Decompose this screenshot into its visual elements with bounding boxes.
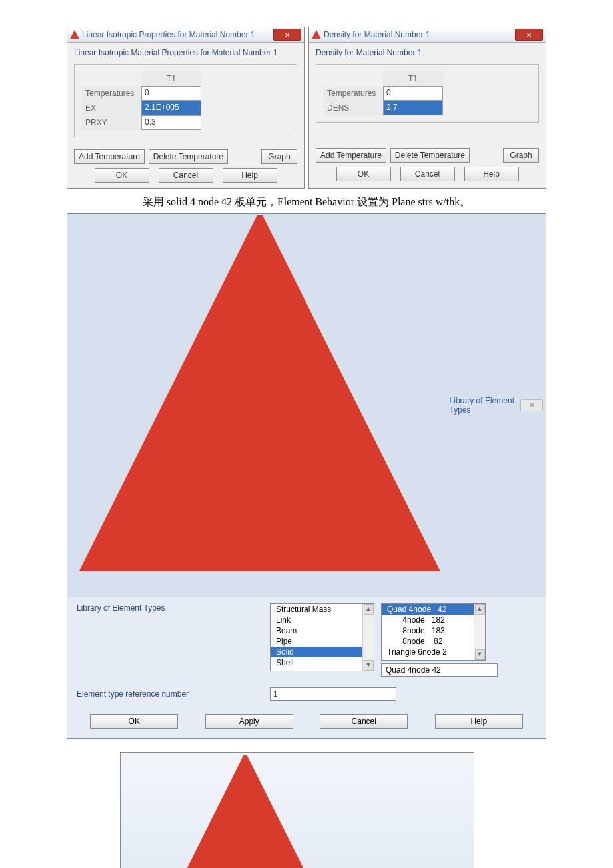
list-item[interactable]: 8node 82 — [382, 636, 485, 647]
dialog-title: Linear Isotropic Properties for Material… — [82, 30, 273, 39]
ansys-logo-icon — [70, 30, 79, 39]
library-label: Library of Element Types — [77, 603, 263, 677]
category-listbox[interactable]: Structural MassLinkBeamPipeSolidShell ▲ … — [270, 603, 374, 671]
dialog-element-library: Library of Element Types ✕ Library of El… — [67, 213, 546, 739]
row-label-temp: Temperatures — [323, 86, 383, 101]
graph-button[interactable]: Graph — [261, 149, 297, 164]
scroll-down-icon[interactable]: ▼ — [364, 660, 374, 671]
list-item[interactable]: 8node 183 — [382, 625, 485, 636]
close-icon[interactable]: ✕ — [515, 29, 543, 41]
delete-temperature-button[interactable]: Delete Temperature — [149, 149, 228, 164]
dialog-title: Library of Element Types — [450, 396, 520, 415]
property-frame: T1 Temperatures 0 DENS 2.7 — [316, 64, 539, 123]
prxy-value[interactable]: 0.3 — [141, 115, 201, 130]
ok-button[interactable]: OK — [336, 167, 391, 181]
row-label-ex: EX — [81, 101, 141, 115]
list-item[interactable]: Quad 4node 42 — [382, 604, 485, 615]
ex-value[interactable]: 2.1E+005 — [141, 101, 201, 115]
dens-value[interactable]: 2.7 — [383, 101, 443, 115]
close-icon[interactable]: ✕ — [273, 29, 301, 41]
temp-value[interactable]: 0 — [383, 86, 443, 101]
help-button[interactable]: Help — [435, 714, 523, 729]
list-item[interactable]: Solid — [271, 647, 374, 657]
ref-number-label: Element type reference number — [77, 689, 263, 699]
caption-solid42: 采用 solid 4 node 42 板单元，Element Behavior … — [67, 195, 546, 209]
cancel-button[interactable]: Cancel — [159, 168, 213, 183]
scroll-down-icon[interactable]: ▼ — [475, 649, 485, 660]
ansys-logo-icon — [312, 30, 321, 39]
cancel-button[interactable]: Cancel — [320, 714, 408, 729]
scroll-up-icon[interactable]: ▲ — [364, 604, 374, 615]
add-temperature-button[interactable]: Add Temperature — [74, 149, 145, 164]
dialog-heading: Density for Material Number 1 — [316, 48, 539, 57]
scroll-up-icon[interactable]: ▲ — [475, 604, 485, 615]
row-label-dens: DENS — [323, 101, 383, 115]
temp-value[interactable]: 0 — [141, 86, 201, 101]
graph-button[interactable]: Graph — [503, 148, 539, 163]
list-item[interactable]: Triangle 6node 2 — [382, 647, 485, 657]
row-label-prxy: PRXY — [81, 115, 141, 130]
dialog-title: Density for Material Number 1 — [324, 30, 515, 39]
close-icon[interactable]: ✕ — [520, 399, 543, 411]
element-listbox[interactable]: Quad 4node 42 4node 182 8node 183 8node … — [381, 603, 486, 661]
ansys-logo-icon — [125, 755, 366, 868]
add-temperature-button[interactable]: Add Temperature — [316, 148, 386, 163]
ok-button[interactable]: OK — [90, 714, 178, 729]
col-header-t1: T1 — [141, 71, 201, 86]
dialog-linear-isotropic: Linear Isotropic Properties for Material… — [67, 27, 305, 189]
list-item[interactable]: Structural Mass — [271, 604, 374, 615]
dialog-density: Density for Material Number 1 ✕ Density … — [308, 27, 546, 189]
dialog-plane42-options: PLANE42 element type options ✕ Options f… — [120, 752, 474, 868]
help-button[interactable]: Help — [464, 167, 519, 181]
scrollbar[interactable]: ▲ ▼ — [474, 604, 485, 660]
scrollbar[interactable]: ▲ ▼ — [362, 604, 374, 671]
titlebar: Linear Isotropic Properties for Material… — [67, 27, 304, 43]
delete-temperature-button[interactable]: Delete Temperature — [390, 148, 470, 163]
ok-button[interactable]: OK — [95, 168, 149, 183]
row-label-temp: Temperatures — [81, 86, 141, 101]
selected-element-box[interactable]: Quad 4node 42 — [381, 663, 498, 677]
titlebar: Library of Element Types ✕ — [67, 214, 546, 597]
list-item[interactable]: Link — [271, 615, 374, 625]
titlebar: PLANE42 element type options ✕ — [121, 753, 474, 868]
ref-number-input[interactable]: 1 — [270, 687, 396, 701]
help-button[interactable]: Help — [223, 168, 277, 183]
cancel-button[interactable]: Cancel — [400, 167, 455, 181]
col-header-t1: T1 — [383, 71, 443, 86]
dialog-heading: Linear Isotropic Material Properties for… — [74, 48, 297, 57]
titlebar: Density for Material Number 1 ✕ — [309, 27, 546, 43]
dialog-title: PLANE42 element type options — [366, 866, 450, 868]
property-frame: T1 Temperatures 0 EX 2.1E+005 PRXY 0.3 — [74, 64, 297, 137]
apply-button[interactable]: Apply — [205, 714, 293, 729]
ansys-logo-icon — [70, 215, 450, 595]
list-item[interactable]: Beam — [271, 625, 374, 636]
list-item[interactable]: 4node 182 — [382, 615, 485, 625]
list-item[interactable]: Shell — [271, 657, 374, 668]
list-item[interactable]: Pipe — [271, 636, 374, 647]
